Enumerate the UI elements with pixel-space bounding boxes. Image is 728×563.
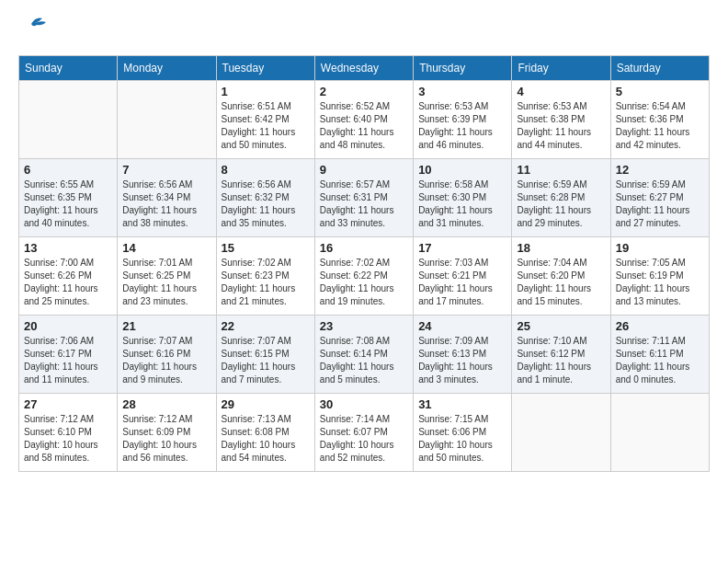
day-info: Sunrise: 7:07 AM Sunset: 6:15 PM Dayligh… bbox=[222, 335, 310, 386]
weekday-header-saturday: Saturday bbox=[610, 56, 709, 81]
day-number: 16 bbox=[320, 241, 408, 255]
calendar-cell: 6Sunrise: 6:55 AM Sunset: 6:35 PM Daylig… bbox=[19, 159, 118, 237]
day-number: 23 bbox=[320, 319, 408, 333]
day-number: 18 bbox=[517, 241, 605, 255]
calendar-week-5: 27Sunrise: 7:12 AM Sunset: 6:10 PM Dayli… bbox=[19, 394, 710, 472]
day-number: 13 bbox=[24, 241, 112, 255]
calendar-cell bbox=[512, 394, 610, 472]
calendar-body: 1Sunrise: 6:51 AM Sunset: 6:42 PM Daylig… bbox=[19, 81, 710, 472]
calendar-cell: 24Sunrise: 7:09 AM Sunset: 6:13 PM Dayli… bbox=[414, 316, 512, 394]
calendar-week-1: 1Sunrise: 6:51 AM Sunset: 6:42 PM Daylig… bbox=[19, 81, 710, 159]
calendar-cell: 26Sunrise: 7:11 AM Sunset: 6:11 PM Dayli… bbox=[610, 316, 709, 394]
weekday-header-tuesday: Tuesday bbox=[216, 56, 314, 81]
day-number: 6 bbox=[24, 163, 112, 177]
calendar-cell: 4Sunrise: 6:53 AM Sunset: 6:38 PM Daylig… bbox=[512, 81, 610, 159]
day-number: 24 bbox=[418, 319, 506, 333]
day-info: Sunrise: 7:08 AM Sunset: 6:14 PM Dayligh… bbox=[320, 335, 408, 386]
logo-bird-icon bbox=[22, 15, 50, 35]
day-info: Sunrise: 7:07 AM Sunset: 6:16 PM Dayligh… bbox=[122, 335, 210, 386]
day-number: 5 bbox=[616, 85, 704, 98]
day-number: 27 bbox=[24, 397, 112, 411]
day-number: 17 bbox=[418, 241, 506, 255]
day-info: Sunrise: 6:52 AM Sunset: 6:40 PM Dayligh… bbox=[320, 100, 408, 152]
day-info: Sunrise: 7:09 AM Sunset: 6:13 PM Dayligh… bbox=[418, 335, 506, 386]
calendar-cell: 22Sunrise: 7:07 AM Sunset: 6:15 PM Dayli… bbox=[216, 316, 314, 394]
calendar-cell: 3Sunrise: 6:53 AM Sunset: 6:39 PM Daylig… bbox=[414, 81, 512, 159]
day-number: 11 bbox=[517, 163, 605, 177]
day-info: Sunrise: 7:12 AM Sunset: 6:10 PM Dayligh… bbox=[24, 413, 112, 465]
day-info: Sunrise: 7:15 AM Sunset: 6:06 PM Dayligh… bbox=[418, 413, 506, 465]
day-info: Sunrise: 7:02 AM Sunset: 6:23 PM Dayligh… bbox=[222, 257, 310, 308]
calendar-cell: 20Sunrise: 7:06 AM Sunset: 6:17 PM Dayli… bbox=[19, 316, 118, 394]
weekday-header-friday: Friday bbox=[512, 56, 610, 81]
day-number: 21 bbox=[122, 319, 210, 333]
day-number: 1 bbox=[222, 85, 310, 98]
day-number: 20 bbox=[24, 319, 112, 333]
calendar-header: SundayMondayTuesdayWednesdayThursdayFrid… bbox=[19, 56, 710, 81]
calendar-cell: 10Sunrise: 6:58 AM Sunset: 6:30 PM Dayli… bbox=[414, 159, 512, 237]
day-number: 12 bbox=[616, 163, 704, 177]
calendar-cell bbox=[19, 81, 118, 159]
calendar-cell: 17Sunrise: 7:03 AM Sunset: 6:21 PM Dayli… bbox=[414, 237, 512, 316]
weekday-header-thursday: Thursday bbox=[414, 56, 512, 81]
day-number: 29 bbox=[222, 397, 310, 411]
calendar-week-3: 13Sunrise: 7:00 AM Sunset: 6:26 PM Dayli… bbox=[19, 237, 710, 316]
day-info: Sunrise: 7:03 AM Sunset: 6:21 PM Dayligh… bbox=[418, 257, 506, 308]
calendar-cell: 5Sunrise: 6:54 AM Sunset: 6:36 PM Daylig… bbox=[610, 81, 709, 159]
calendar-cell: 1Sunrise: 6:51 AM Sunset: 6:42 PM Daylig… bbox=[216, 81, 314, 159]
calendar-week-2: 6Sunrise: 6:55 AM Sunset: 6:35 PM Daylig… bbox=[19, 159, 710, 237]
day-number: 19 bbox=[616, 241, 704, 255]
day-number: 9 bbox=[320, 163, 408, 177]
weekday-header-row: SundayMondayTuesdayWednesdayThursdayFrid… bbox=[19, 56, 710, 81]
day-info: Sunrise: 7:02 AM Sunset: 6:22 PM Dayligh… bbox=[320, 257, 408, 308]
calendar-cell: 29Sunrise: 7:13 AM Sunset: 6:08 PM Dayli… bbox=[216, 394, 314, 472]
calendar-cell bbox=[118, 81, 216, 159]
calendar-cell: 2Sunrise: 6:52 AM Sunset: 6:40 PM Daylig… bbox=[314, 81, 413, 159]
calendar-cell: 16Sunrise: 7:02 AM Sunset: 6:22 PM Dayli… bbox=[314, 237, 413, 316]
day-number: 25 bbox=[517, 319, 605, 333]
day-info: Sunrise: 6:59 AM Sunset: 6:28 PM Dayligh… bbox=[517, 178, 605, 230]
calendar-table: SundayMondayTuesdayWednesdayThursdayFrid… bbox=[18, 55, 710, 472]
calendar-week-4: 20Sunrise: 7:06 AM Sunset: 6:17 PM Dayli… bbox=[19, 316, 710, 394]
day-number: 26 bbox=[616, 319, 704, 333]
calendar-cell: 18Sunrise: 7:04 AM Sunset: 6:20 PM Dayli… bbox=[512, 237, 610, 316]
day-info: Sunrise: 6:53 AM Sunset: 6:38 PM Dayligh… bbox=[517, 100, 605, 152]
day-number: 4 bbox=[517, 85, 605, 98]
day-info: Sunrise: 6:51 AM Sunset: 6:42 PM Dayligh… bbox=[222, 100, 310, 152]
calendar-cell: 14Sunrise: 7:01 AM Sunset: 6:25 PM Dayli… bbox=[118, 237, 216, 316]
day-info: Sunrise: 7:06 AM Sunset: 6:17 PM Dayligh… bbox=[24, 335, 112, 386]
day-info: Sunrise: 6:55 AM Sunset: 6:35 PM Dayligh… bbox=[24, 178, 112, 230]
day-info: Sunrise: 7:01 AM Sunset: 6:25 PM Dayligh… bbox=[122, 257, 210, 308]
calendar-cell bbox=[610, 394, 709, 472]
day-info: Sunrise: 7:11 AM Sunset: 6:11 PM Dayligh… bbox=[616, 335, 704, 386]
weekday-header-monday: Monday bbox=[118, 56, 216, 81]
calendar-cell: 21Sunrise: 7:07 AM Sunset: 6:16 PM Dayli… bbox=[118, 316, 216, 394]
weekday-header-sunday: Sunday bbox=[19, 56, 118, 81]
calendar-cell: 30Sunrise: 7:14 AM Sunset: 6:07 PM Dayli… bbox=[314, 394, 413, 472]
day-info: Sunrise: 7:14 AM Sunset: 6:07 PM Dayligh… bbox=[320, 413, 408, 465]
day-number: 14 bbox=[122, 241, 210, 255]
weekday-header-wednesday: Wednesday bbox=[314, 56, 413, 81]
day-number: 15 bbox=[222, 241, 310, 255]
day-number: 10 bbox=[418, 163, 506, 177]
day-number: 3 bbox=[418, 85, 506, 98]
calendar-cell: 28Sunrise: 7:12 AM Sunset: 6:09 PM Dayli… bbox=[118, 394, 216, 472]
day-number: 28 bbox=[122, 397, 210, 411]
day-info: Sunrise: 6:56 AM Sunset: 6:32 PM Dayligh… bbox=[222, 178, 310, 230]
day-info: Sunrise: 6:59 AM Sunset: 6:27 PM Dayligh… bbox=[616, 178, 704, 230]
calendar-cell: 9Sunrise: 6:57 AM Sunset: 6:31 PM Daylig… bbox=[314, 159, 413, 237]
calendar-cell: 12Sunrise: 6:59 AM Sunset: 6:27 PM Dayli… bbox=[610, 159, 709, 237]
calendar-cell: 7Sunrise: 6:56 AM Sunset: 6:34 PM Daylig… bbox=[118, 159, 216, 237]
calendar-cell: 15Sunrise: 7:02 AM Sunset: 6:23 PM Dayli… bbox=[216, 237, 314, 316]
calendar-cell: 23Sunrise: 7:08 AM Sunset: 6:14 PM Dayli… bbox=[314, 316, 413, 394]
calendar-cell: 31Sunrise: 7:15 AM Sunset: 6:06 PM Dayli… bbox=[414, 394, 512, 472]
day-number: 31 bbox=[418, 397, 506, 411]
day-info: Sunrise: 7:05 AM Sunset: 6:19 PM Dayligh… bbox=[616, 257, 704, 308]
calendar-cell: 19Sunrise: 7:05 AM Sunset: 6:19 PM Dayli… bbox=[610, 237, 709, 316]
logo bbox=[18, 18, 50, 40]
day-number: 30 bbox=[320, 397, 408, 411]
day-info: Sunrise: 6:54 AM Sunset: 6:36 PM Dayligh… bbox=[616, 100, 704, 152]
day-info: Sunrise: 7:13 AM Sunset: 6:08 PM Dayligh… bbox=[222, 413, 310, 465]
calendar-cell: 25Sunrise: 7:10 AM Sunset: 6:12 PM Dayli… bbox=[512, 316, 610, 394]
day-info: Sunrise: 6:56 AM Sunset: 6:34 PM Dayligh… bbox=[122, 178, 210, 230]
